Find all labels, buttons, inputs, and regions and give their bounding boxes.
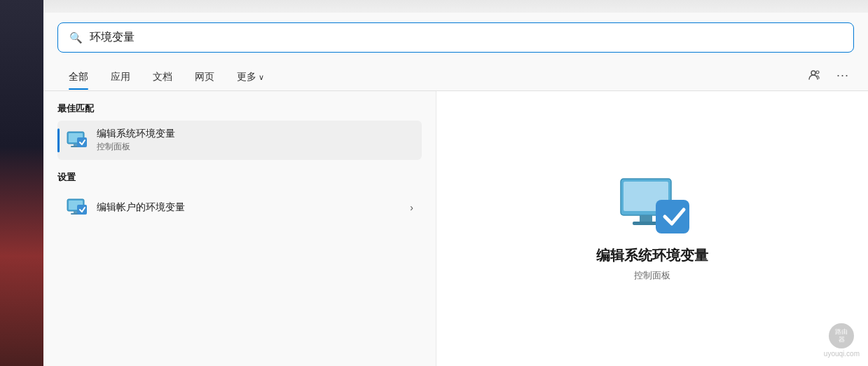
watermark: 路由器 uyouqi.com [824,323,860,358]
result-sub: 控制面板 [97,141,413,153]
svg-rect-11 [77,205,87,215]
left-background [0,0,43,366]
preview-sub: 控制面板 [634,269,670,282]
search-box-container: 🔍 环境变量 [43,13,868,60]
content-area: 最佳匹配 编辑系统环境变量 [43,91,868,366]
tab-web[interactable]: 网页 [184,65,226,89]
tab-docs[interactable]: 文档 [142,65,184,89]
result-icon-account-env [66,196,88,219]
active-bar [57,128,60,152]
watermark-label: uyouqi.com [824,350,860,358]
filter-tabs: 全部 应用 文档 网页 更多 ∨ ··· [43,60,868,91]
results-panel: 最佳匹配 编辑系统环境变量 [43,91,436,366]
result-name: 编辑系统环境变量 [97,128,413,140]
search-panel: 🔍 环境变量 全部 应用 文档 网页 更多 ∨ ··· [43,0,868,366]
result-name-account: 编辑帐户的环境变量 [97,201,401,214]
svg-rect-15 [633,222,659,225]
arrow-icon: › [410,202,413,213]
svg-rect-16 [656,200,689,233]
chevron-down-icon: ∨ [259,73,264,82]
best-match-title: 最佳匹配 [57,102,422,115]
people-icon-btn[interactable] [804,64,826,86]
result-text-account-env: 编辑帐户的环境变量 [97,201,401,214]
result-item-system-env[interactable]: 编辑系统环境变量 控制面板 [57,121,422,160]
tab-all[interactable]: 全部 [57,65,99,89]
settings-title: 设置 [57,171,422,184]
watermark-circle: 路由器 [829,323,854,348]
monitor-icon-2 [66,198,88,217]
search-input-value: 环境变量 [90,30,842,45]
ellipsis-icon: ··· [836,68,849,83]
preview-panel: 编辑系统环境变量 控制面板 路由器 uyouqi.com [436,91,868,366]
monitor-icon [66,130,88,150]
people-icon [808,69,821,81]
top-bar [43,0,868,13]
svg-point-0 [811,71,815,75]
search-box[interactable]: 🔍 环境变量 [57,22,854,53]
svg-rect-6 [77,137,87,147]
search-icon: 🔍 [69,32,83,44]
preview-monitor-icon [617,176,694,238]
result-text-system-env: 编辑系统环境变量 控制面板 [97,128,413,153]
result-item-account-env[interactable]: 编辑帐户的环境变量 › [57,189,422,226]
svg-rect-14 [640,215,652,222]
preview-icon [617,176,687,232]
tab-apps[interactable]: 应用 [99,65,142,89]
result-icon-system-env [66,129,88,151]
more-options-btn[interactable]: ··· [832,64,854,86]
tab-more[interactable]: 更多 ∨ [226,65,275,89]
settings-section: 设置 编辑帐户的环境变量 [57,171,422,226]
watermark-inner: 路由器 [835,328,848,344]
preview-title: 编辑系统环境变量 [596,246,708,265]
svg-point-1 [816,71,819,74]
